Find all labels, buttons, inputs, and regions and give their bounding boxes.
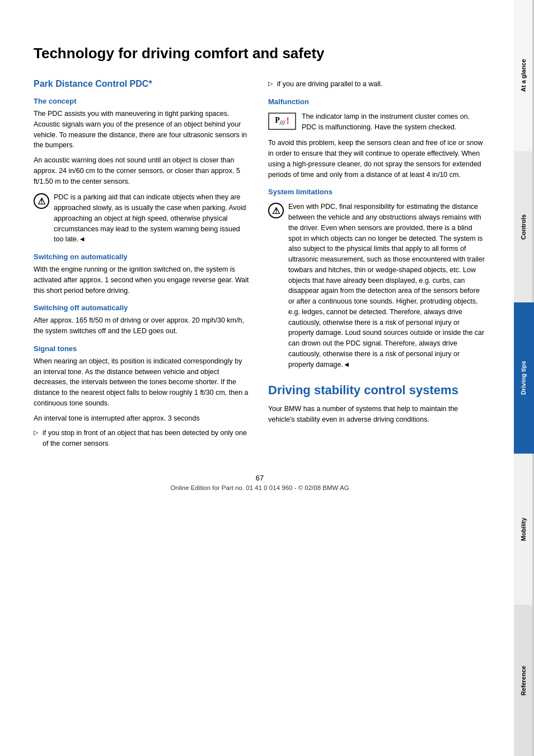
sidebar-tab-at-a-glance[interactable]: At a glance (514, 0, 534, 151)
driving-stability-text: Your BMW has a number of systems that he… (268, 404, 486, 425)
signal-tones-bullet1-text: if you stop in front of an object that h… (43, 428, 251, 449)
footer-text: Online Edition for Part no. 01 41 0 014 … (170, 484, 349, 491)
sidebar-tab-driving-tips[interactable]: Driving tips (514, 302, 534, 454)
malfunction-text: The indicator lamp in the instrument clu… (302, 111, 486, 133)
sidebar-tab-controls[interactable]: Controls (514, 151, 534, 302)
warning-triangle-icon: ⚠ (34, 193, 49, 209)
switching-off-heading: Switching off automatically (34, 304, 251, 312)
sidebar: At a glance Controls Driving tips Mobili… (514, 0, 534, 756)
signal-tones-heading: Signal tones (34, 344, 251, 353)
concept-heading: The concept (34, 97, 251, 105)
page-footer: 67 Online Edition for Part no. 01 41 0 0… (34, 468, 486, 491)
pdc-exclaim: ! (286, 116, 289, 126)
concept-text1: The PDC assists you with maneuvering in … (34, 109, 251, 151)
concept-text2: An acoustic warning does not sound until… (34, 155, 251, 186)
switching-off-text: After approx. 165 ft/50 m of driving or … (34, 315, 251, 337)
concept-warning-text: PDC is a parking aid that can indicate o… (54, 192, 251, 245)
bullet-arrow-icon: ▷ (34, 429, 39, 436)
pdc-warning-icon: P/// ! (268, 113, 296, 130)
sidebar-tab-mobility[interactable]: Mobility (514, 454, 534, 605)
system-limitations-heading: System limitations (268, 188, 486, 196)
driving-stability-section: Driving stability control systems Your B… (268, 383, 486, 424)
page-title: Technology for driving comfort and safet… (34, 45, 486, 62)
switching-on-text: With the engine running or the ignition … (34, 264, 251, 296)
pdc-section-title: Park Distance Control PDC* (34, 79, 251, 89)
malfunction-heading: Malfunction (268, 97, 486, 106)
pdc-label: P/// (275, 116, 285, 127)
signal-tones-text2: An interval tone is interrupted after ap… (34, 413, 251, 424)
signal-tones-text1: When nearing an object, its position is … (34, 356, 251, 409)
switching-on-heading: Switching on automatically (34, 253, 251, 261)
system-limitations-warning-box: ⚠ Even with PDC, final responsibility fo… (268, 202, 486, 370)
bullet-arrow-icon-2: ▷ (268, 80, 274, 87)
signal-tones-bullet2-text: if you are driving parallel to a wall. (277, 79, 382, 90)
sidebar-tab-reference[interactable]: Reference (514, 605, 534, 756)
signal-tones-bullet2: ▷ if you are driving parallel to a wall. (268, 79, 486, 90)
warning-triangle-icon-2: ⚠ (268, 203, 284, 218)
signal-tones-bullet1: ▷ if you stop in front of an object that… (34, 428, 251, 449)
page-number: 67 (34, 474, 486, 482)
driving-stability-title: Driving stability control systems (268, 383, 486, 398)
system-limitations-warning-text: Even with PDC, final responsibility for … (288, 202, 486, 370)
concept-warning-box: ⚠ PDC is a parking aid that can indicate… (34, 192, 251, 245)
malfunction-text2: To avoid this problem, keep the sensors … (268, 138, 486, 180)
malfunction-icon-box: P/// ! The indicator lamp in the instrum… (268, 111, 486, 133)
